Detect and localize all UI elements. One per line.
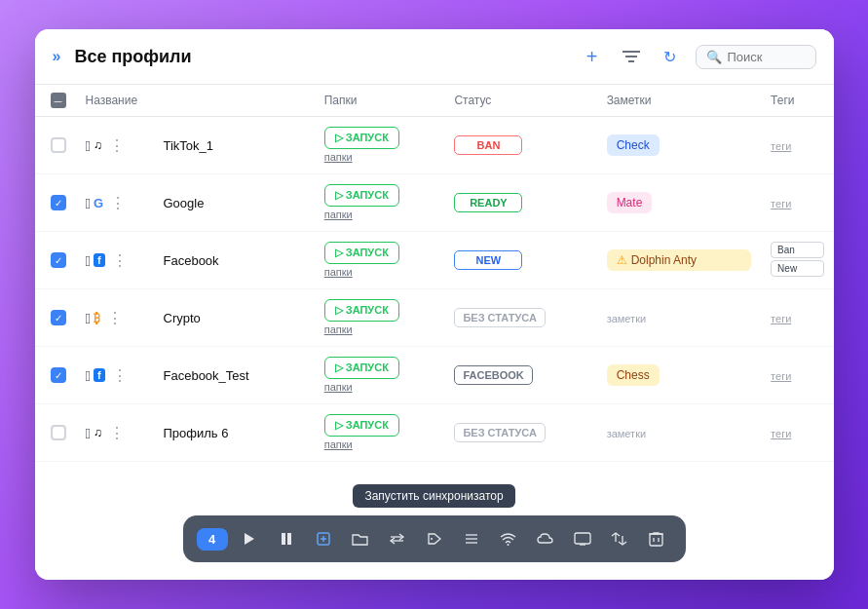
status-badge: READY [454,193,522,212]
toolbar-sync-button[interactable] [308,523,339,554]
profiles-table-container: Название Папки Статус Заметки Теги [35,85,834,484]
row-icons-cell: ₿⋮ [76,289,154,347]
row-checkbox-cell[interactable] [35,347,76,404]
selected-count: 4 [197,528,228,551]
row-checkbox-cell[interactable] [35,174,76,232]
row-checkbox-cell[interactable] [35,232,76,289]
tag-badge[interactable]: Ban [771,242,823,258]
col-status: Статус [444,85,596,117]
folders-link[interactable]: папки [324,209,353,220]
select-all-checkbox[interactable] [51,93,66,108]
row-menu-button[interactable]: ⋮ [108,251,132,270]
search-box: 🔍 [696,45,816,69]
row-profile-name: TikTok_1 [154,117,315,174]
row-menu-button[interactable]: ⋮ [105,136,129,155]
table-row: f⋮Facebook_Test▷ ЗАПУСКпапкиFACEBOOKChe… [35,347,834,404]
row-note-cell: заметки [597,289,761,347]
row-menu-button[interactable]: ⋮ [105,424,129,442]
svg-rect-16 [575,533,590,544]
row-checkbox[interactable] [51,137,66,153]
launch-button[interactable]: ▷ ЗАПУСК [324,184,399,207]
row-status-cell: NEW [444,232,596,289]
row-checkbox-cell[interactable] [35,404,76,462]
folders-link[interactable]: папки [324,151,353,163]
launch-button[interactable]: ▷ ЗАПУСК [324,414,399,437]
toolbar-list-button[interactable] [456,523,487,554]
toolbar-tag-button[interactable] [419,523,450,554]
search-icon: 🔍 [706,50,722,64]
chevrons-icon: » [53,48,61,65]
row-launch-cell: ▷ ЗАПУСКпапки [315,174,445,232]
tags-link[interactable]: теги [771,198,791,209]
row-checkbox[interactable] [51,367,66,383]
table-row: ♫⋮TikTok_1▷ ЗАПУСКпапкиBANCheckтеги [35,117,834,174]
toolbar-pause-button[interactable] [271,523,302,554]
launch-button[interactable]: ▷ ЗАПУСК [324,127,399,149]
row-checkbox[interactable] [51,195,66,210]
refresh-button[interactable]: ↻ [657,43,684,70]
search-input[interactable] [728,50,806,64]
row-menu-button[interactable]: ⋮ [103,309,127,327]
status-badge: BAN [454,135,522,155]
toolbar-area: Запустить синхронизатор 4 [35,484,834,580]
row-menu-button[interactable]: ⋮ [108,366,132,385]
header-actions: + ↻ 🔍 [579,43,816,70]
folders-link[interactable]: папки [324,438,353,450]
row-note-cell: ⚠ Dolphin Anty [597,232,761,289]
add-button[interactable]: + [579,43,606,70]
row-launch-cell: ▷ ЗАПУСКпапки [315,289,445,347]
toolbar-display-button[interactable] [567,523,598,554]
tags-link[interactable]: теги [771,370,791,382]
row-profile-name: Crypto [154,289,315,347]
page-title: Все профили [74,47,568,67]
row-checkbox[interactable] [51,310,66,325]
row-checkbox-cell[interactable] [35,117,76,174]
row-icons-cell: ♫⋮ [76,404,154,462]
row-icons-cell: ♫⋮ [76,117,154,174]
row-checkbox-cell[interactable] [35,289,76,347]
tags-link[interactable]: теги [771,313,791,324]
row-launch-cell: ▷ ЗАПУСКпапки [315,117,445,174]
row-note-cell: заметки [597,404,761,462]
note-empty: заметки [607,428,646,439]
header: » Все профили + ↻ 🔍 [35,29,834,85]
tags-link[interactable]: теги [771,428,791,439]
row-profile-name: Google [154,174,315,232]
row-status-cell: FACEBOOK [444,347,596,404]
filter-button[interactable] [618,43,645,70]
col-tags: Теги [761,85,833,117]
row-note-cell: Mate [597,174,761,232]
row-checkbox[interactable] [51,425,66,440]
row-tags-cell: теги [761,174,833,232]
launch-button[interactable]: ▷ ЗАПУСК [324,357,399,379]
status-badge: БЕЗ СТАТУСА [454,308,545,327]
folders-link[interactable]: папки [324,324,353,335]
toolbar-swap-button[interactable] [604,523,635,554]
tag-badge[interactable]: New [771,260,823,277]
row-icons-cell: f⋮ [76,347,154,404]
svg-point-11 [431,538,433,540]
toolbar-wifi-button[interactable] [493,523,524,554]
note-empty: заметки [607,313,646,324]
tags-link[interactable]: теги [771,140,791,152]
col-name: Название [76,85,315,117]
launch-button[interactable]: ▷ ЗАПУСК [324,299,399,322]
toolbar-transfer-button[interactable] [382,523,413,554]
row-note-cell: Check [597,117,761,174]
row-launch-cell: ▷ ЗАПУСКпапки [315,347,445,404]
note-badge: Mate [607,192,653,213]
toolbar-folder-button[interactable] [345,523,376,554]
row-checkbox[interactable] [51,252,66,268]
profiles-table: Название Папки Статус Заметки Теги [35,85,834,462]
table-row: ₿⋮Crypto▷ ЗАПУСКпапкиБЕЗ СТАТУСАзаметки… [35,289,834,347]
toolbar-cloud-button[interactable] [530,523,561,554]
row-tags-cell: теги [761,289,833,347]
toolbar-delete-button[interactable] [641,523,672,554]
folders-link[interactable]: папки [324,381,353,393]
folders-link[interactable]: папки [324,266,353,278]
toolbar-play-button[interactable] [234,523,265,554]
row-menu-button[interactable]: ⋮ [106,194,130,212]
launch-button[interactable]: ▷ ЗАПУСК [324,242,399,264]
table-row: ♫⋮Профиль 6▷ ЗАПУСКпапкиБЕЗ СТАТУСАзаме… [35,404,834,462]
row-tags-cell: теги [761,404,833,462]
